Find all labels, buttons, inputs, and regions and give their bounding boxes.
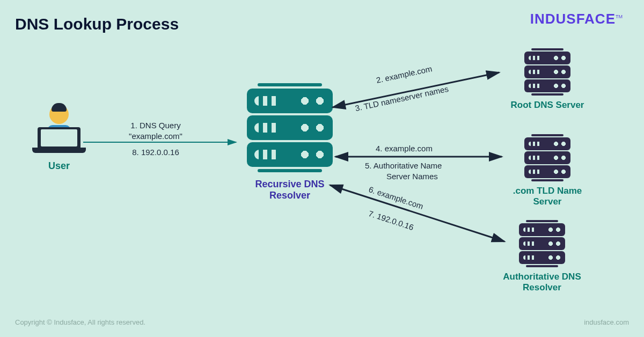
server-icon <box>241 83 338 172</box>
website-text: indusface.com <box>584 318 629 326</box>
resolver-node: Recursive DNS Resolver <box>241 83 338 201</box>
auth-label: Authoritative DNS Resolver <box>483 272 601 293</box>
server-icon <box>518 220 566 267</box>
step-1b: "example.com" <box>115 131 196 141</box>
step-6: 6. example.com <box>368 185 425 211</box>
user-label: User <box>32 160 86 172</box>
step-2: 2. example.com <box>375 64 433 85</box>
tld-label: .com TLD Name Server <box>504 186 590 207</box>
server-icon <box>504 48 590 96</box>
user-node: User <box>32 105 86 172</box>
step-4: 4. example.com <box>376 144 433 153</box>
resolver-label: Recursive DNS Resolver <box>241 179 338 201</box>
trademark: TM <box>616 14 623 19</box>
root-node: Root DNS Server <box>504 48 590 111</box>
root-label: Root DNS Server <box>504 100 590 111</box>
svg-line-1 <box>333 72 499 107</box>
server-icon <box>504 134 590 181</box>
brand-logo: INDUSFACETM <box>530 11 623 27</box>
step-8: 8. 192.0.0.16 <box>115 148 196 157</box>
brand-text: INDUSFACE <box>530 11 616 27</box>
step-5b: Server Names <box>386 172 438 181</box>
svg-line-3 <box>330 185 504 241</box>
page-title: DNS Lookup Process <box>15 15 179 33</box>
step-5a: 5. Authoritative Name <box>365 161 442 170</box>
step-3: 3. TLD nameserver names <box>354 84 449 113</box>
copyright-text: Copyright © Indusface, All rights reserv… <box>15 318 145 326</box>
auth-node: Authoritative DNS Resolver <box>483 220 601 293</box>
step-7: 7. 192.0.0.16 <box>368 209 415 232</box>
user-icon <box>49 105 69 124</box>
tld-node: .com TLD Name Server <box>504 134 590 207</box>
step-1a: 1. DNS Query <box>115 121 196 130</box>
laptop-icon <box>38 127 80 149</box>
